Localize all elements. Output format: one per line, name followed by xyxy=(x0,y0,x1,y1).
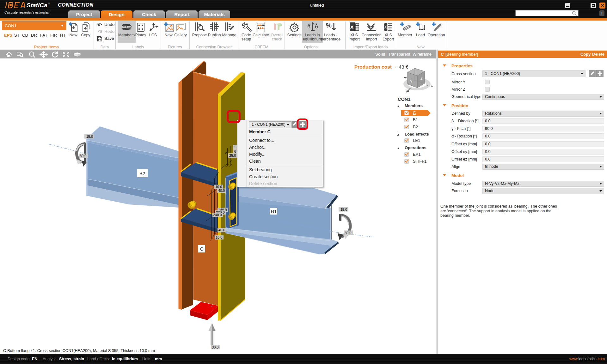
svg-text:10.0: 10.0 xyxy=(215,185,222,189)
svg-text:X: X xyxy=(350,24,353,30)
svg-text:40.0: 40.0 xyxy=(218,189,225,192)
svg-text:6: 6 xyxy=(234,149,236,153)
svg-text:Z: Z xyxy=(420,76,423,80)
svg-text:30.0: 30.0 xyxy=(212,345,218,349)
svg-text:C: C xyxy=(200,246,204,252)
svg-text:%: % xyxy=(326,22,332,29)
svg-text:StatiCa: StatiCa xyxy=(27,2,47,9)
svg-text:25.0: 25.0 xyxy=(229,154,236,157)
svg-text:40.0: 40.0 xyxy=(218,228,225,232)
svg-text:B1: B1 xyxy=(271,209,277,214)
svg-text:1: 1 xyxy=(234,145,236,149)
svg-text:10.0: 10.0 xyxy=(216,235,222,239)
svg-text:30.0: 30.0 xyxy=(345,231,351,235)
svg-text:240.0: 240.0 xyxy=(213,213,222,217)
svg-text:X: X xyxy=(384,25,387,29)
svg-text:®: ® xyxy=(48,2,50,5)
svg-text:30.0: 30.0 xyxy=(80,154,86,158)
svg-text:-15.0: -15.0 xyxy=(85,135,93,138)
svg-text:-15.0: -15.0 xyxy=(339,208,347,211)
svg-text:Y: Y xyxy=(410,80,413,83)
svg-text:B2: B2 xyxy=(139,171,145,176)
